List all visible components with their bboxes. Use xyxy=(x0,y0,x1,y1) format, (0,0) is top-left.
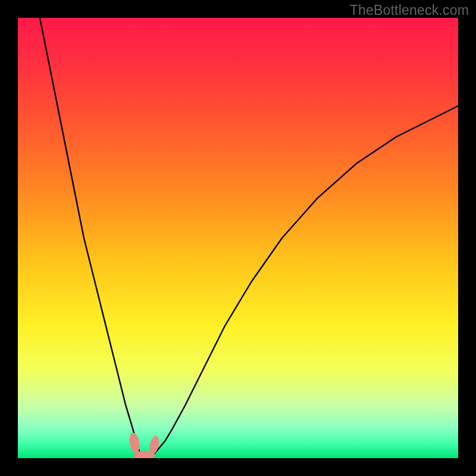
plot-area xyxy=(18,18,458,458)
watermark-text: TheBottleneck.com xyxy=(350,2,469,18)
outer-frame: TheBottleneck.com xyxy=(0,0,476,476)
chart-svg xyxy=(18,18,458,458)
